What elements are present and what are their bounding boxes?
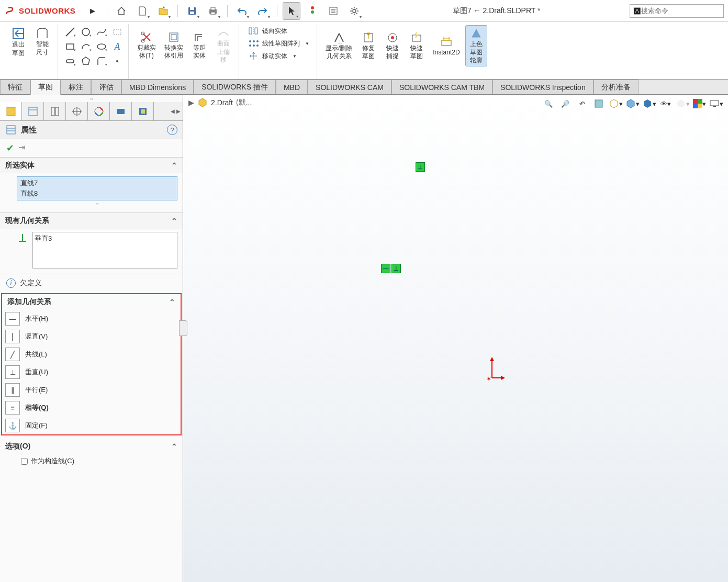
print-button[interactable]: ▼ [204,2,222,20]
entity-item[interactable]: 直线8 [18,188,176,199]
display-delete-relations-button[interactable]: ⊥显示/删除 几何关系 [322,30,355,62]
view-orientation-button[interactable]: ▾ [608,96,623,111]
undo-button[interactable]: ▼ [233,2,251,20]
smart-dimension-button[interactable]: 智能 尺寸 [31,26,53,58]
tab-sw-cam[interactable]: SOLIDWORKS CAM [308,80,391,94]
fm-tab-config[interactable] [44,102,66,120]
ok-button[interactable]: ✔ [6,142,14,154]
tab-analysis-prep[interactable]: 分析准备 [593,80,639,94]
construction-geometry-checkbox[interactable] [21,458,28,465]
add-relations-header[interactable]: 添加几何关系⌃ [2,294,181,310]
hide-show-button[interactable]: ▾ [641,96,657,111]
traffic-light-button[interactable] [304,2,321,20]
open-button[interactable]: ▼ [154,2,172,20]
quick-snap-button[interactable]: 快速 捕捉 [382,30,404,62]
instant2d-button[interactable]: Instant2D [430,34,463,58]
add-relation-垂直(U)[interactable]: ⊥垂直(U) [2,363,181,381]
fm-tab-dimxpert[interactable] [66,102,88,120]
fm-tab-cam2[interactable] [132,102,154,120]
settings-button[interactable]: ▼ [345,2,363,20]
add-relation-固定(F)[interactable]: ⚓固定(F) [2,417,181,434]
tab-annotate[interactable]: 标注 [61,80,91,94]
existing-relations-header[interactable]: 现有几何关系⌃ [0,213,183,229]
linear-pattern-button[interactable]: 线性草图阵列▼ [244,38,312,49]
move-entities-button[interactable]: 移动实体▼ [244,50,300,62]
ellipse-tool[interactable]: ▾ [95,40,108,53]
constraint-horizontal-badge[interactable]: — [381,264,390,273]
fillet-tool[interactable]: ▾ [95,54,108,68]
tab-features[interactable]: 特征 [0,80,30,94]
existing-relations-list[interactable]: 垂直3 [32,232,177,268]
search-command-box[interactable] [630,4,724,18]
circle-tool[interactable]: ▾ [79,25,93,39]
new-button[interactable]: ▼ [133,2,151,20]
spline-tool[interactable]: ▾ [95,25,108,39]
trim-entities-button[interactable]: 剪裁实 体(T) [134,29,159,61]
svg-rect-5 [211,12,215,15]
fm-tab-cam1[interactable] [110,102,132,120]
panel-collapse-handle[interactable] [179,320,187,336]
point-tool[interactable] [110,54,124,68]
section-view-button[interactable] [591,96,607,111]
pin-button[interactable]: ⇥ [18,142,25,154]
tab-sw-cam-tbm[interactable]: SOLIDWORKS CAM TBM [391,80,492,94]
polygon-tool[interactable] [79,54,93,68]
eye-button[interactable]: 👁▾ [658,96,674,111]
add-relation-竖直(V)[interactable]: │竖直(V) [2,328,181,345]
offset-entities-button[interactable]: 等距 实体 [188,29,210,61]
constraint-perpendicular-badge[interactable]: ⊥ [416,162,425,172]
relation-glyph-icon: ⊥ [5,365,20,379]
help-icon[interactable]: ? [167,125,177,135]
tab-mbd[interactable]: MBD [276,80,308,94]
fm-tab-property[interactable] [22,102,44,120]
rectangle-dashed-tool[interactable] [110,25,124,39]
tab-sw-addins[interactable]: SOLIDWORKS 插件 [194,80,276,94]
shaded-sketch-contour-button[interactable]: 上色 草图 轮廓 [465,25,487,66]
rectangle-tool[interactable]: ▾ [63,40,77,53]
repair-sketch-button[interactable]: 修复 草图 [357,30,379,62]
tab-mbd-dim[interactable]: MBD Dimensions [121,80,194,94]
fm-tab-feature[interactable] [0,102,22,120]
selected-entities-header[interactable]: 所选实体⌃ [0,158,183,173]
redo-button[interactable]: ▼ [254,2,272,20]
convert-entities-button[interactable]: 转换实 体引用 [161,29,186,61]
selected-entities-list[interactable]: 直线7 直线8 [17,176,177,200]
constraint-perpendicular-badge-2[interactable]: ⊥ [391,264,401,273]
home-button[interactable] [113,2,130,20]
save-button[interactable]: ▼ [183,2,201,20]
options-list-button[interactable] [324,2,342,20]
tab-sketch[interactable]: 草图 [30,80,61,95]
tab-evaluate[interactable]: 评估 [91,80,121,94]
exit-sketch-button[interactable]: 退出 草图 [7,25,29,58]
svg-rect-1 [190,7,194,10]
text-tool[interactable]: A [110,40,124,53]
slot-tool[interactable]: ▾ [63,54,77,68]
select-button[interactable]: ▼ [283,2,300,20]
sketch-canvas[interactable] [183,95,340,174]
tab-sw-inspection[interactable]: SOLIDWORKS Inspection [492,80,593,94]
mirror-entities-button[interactable]: 镜向实体 [244,25,290,37]
add-relation-水平(H)[interactable]: —水平(H) [2,310,181,328]
arc-tool[interactable]: ▾ [79,40,93,53]
display-style-button[interactable]: ▾ [624,96,640,111]
fm-tab-appearance[interactable] [88,102,110,120]
add-relation-共线(L)[interactable]: ╱共线(L) [2,345,181,363]
rapid-sketch-button[interactable]: 快速 草图 [406,30,428,62]
svg-rect-65 [710,100,719,106]
scene-button[interactable]: ▾ [691,96,707,111]
add-relation-相等(Q)[interactable]: =相等(Q) [2,399,181,417]
search-input[interactable] [641,7,720,15]
entity-item[interactable]: 直线7 [18,178,176,188]
graphics-viewport[interactable]: ▶ 2.Draft (默... 🔍 🔎 ↶ ▾ ▾ ▾ 👁▾ ▾ ▾ ▾ ⊥ —… [183,95,728,582]
appearance-button[interactable]: ▾ [675,96,690,111]
expand-toolbar-button[interactable]: ▶ [84,2,102,20]
options-header[interactable]: 选项(O)⌃ [5,440,177,453]
previous-view-button[interactable]: ↶ [574,96,590,111]
viewport-button[interactable]: ▾ [708,96,724,111]
relation-item[interactable]: 垂直3 [35,234,175,243]
add-relation-平行(E)[interactable]: ∥平行(E) [2,381,181,399]
zoom-fit-button[interactable]: 🔍 [541,96,556,111]
svg-rect-62 [698,99,702,104]
line-tool[interactable]: ▾ [63,25,77,39]
zoom-area-button[interactable]: 🔎 [557,96,573,111]
